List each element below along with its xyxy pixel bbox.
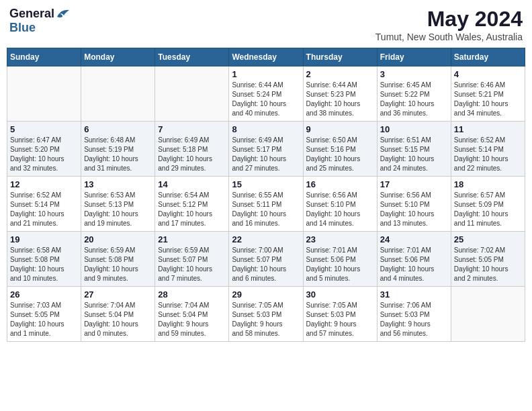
weekday-header-wednesday: Wednesday <box>229 48 303 66</box>
day-number: 19 <box>10 234 78 244</box>
day-number: 24 <box>380 234 448 244</box>
day-number: 16 <box>306 179 374 189</box>
day-number: 7 <box>158 124 226 134</box>
logo-bird-icon <box>56 7 71 21</box>
day-info: Sunrise: 6:55 AM Sunset: 5:11 PM Dayligh… <box>232 191 300 228</box>
calendar-table: SundayMondayTuesdayWednesdayThursdayFrid… <box>7 48 525 342</box>
calendar-cell: 3Sunrise: 6:45 AM Sunset: 5:22 PM Daylig… <box>377 66 451 122</box>
weekday-header-monday: Monday <box>81 48 155 66</box>
day-number: 20 <box>84 234 152 244</box>
calendar-cell: 13Sunrise: 6:53 AM Sunset: 5:13 PM Dayli… <box>81 177 155 232</box>
day-info: Sunrise: 6:49 AM Sunset: 5:18 PM Dayligh… <box>158 136 226 173</box>
calendar-cell: 11Sunrise: 6:52 AM Sunset: 5:14 PM Dayli… <box>451 122 525 177</box>
calendar-cell: 5Sunrise: 6:47 AM Sunset: 5:20 PM Daylig… <box>7 122 81 177</box>
calendar-cell <box>155 66 229 122</box>
day-number: 28 <box>158 289 226 300</box>
day-info: Sunrise: 6:54 AM Sunset: 5:12 PM Dayligh… <box>158 191 226 228</box>
calendar-cell: 10Sunrise: 6:51 AM Sunset: 5:15 PM Dayli… <box>377 122 451 177</box>
day-info: Sunrise: 6:52 AM Sunset: 5:14 PM Dayligh… <box>10 191 78 228</box>
calendar-cell <box>81 66 155 122</box>
weekday-header-saturday: Saturday <box>451 48 525 66</box>
calendar-cell: 20Sunrise: 6:59 AM Sunset: 5:08 PM Dayli… <box>81 232 155 287</box>
day-info: Sunrise: 6:56 AM Sunset: 5:10 PM Dayligh… <box>380 191 448 228</box>
calendar-header-row: SundayMondayTuesdayWednesdayThursdayFrid… <box>7 48 525 66</box>
day-number: 13 <box>84 179 152 189</box>
month-year-title: May 2024 <box>375 7 523 32</box>
day-info: Sunrise: 6:52 AM Sunset: 5:14 PM Dayligh… <box>454 136 522 173</box>
day-number: 11 <box>454 124 522 134</box>
day-info: Sunrise: 6:57 AM Sunset: 5:09 PM Dayligh… <box>454 191 522 228</box>
weekday-header-sunday: Sunday <box>7 48 81 66</box>
day-info: Sunrise: 6:46 AM Sunset: 5:21 PM Dayligh… <box>454 81 522 118</box>
calendar-cell: 22Sunrise: 7:00 AM Sunset: 5:07 PM Dayli… <box>229 232 303 287</box>
weekday-header-thursday: Thursday <box>303 48 377 66</box>
day-info: Sunrise: 6:50 AM Sunset: 5:16 PM Dayligh… <box>306 136 374 173</box>
calendar-cell: 1Sunrise: 6:44 AM Sunset: 5:24 PM Daylig… <box>229 66 303 122</box>
title-section: May 2024 Tumut, New South Wales, Austral… <box>375 7 523 42</box>
calendar-cell: 30Sunrise: 7:05 AM Sunset: 5:03 PM Dayli… <box>303 287 377 342</box>
day-number: 3 <box>380 69 448 79</box>
page-header: General Blue May 2024 Tumut, New South W… <box>7 7 525 42</box>
logo-blue-text: Blue <box>9 21 36 35</box>
calendar-cell: 9Sunrise: 6:50 AM Sunset: 5:16 PM Daylig… <box>303 122 377 177</box>
calendar-cell: 27Sunrise: 7:04 AM Sunset: 5:04 PM Dayli… <box>81 287 155 342</box>
calendar-cell: 24Sunrise: 7:01 AM Sunset: 5:06 PM Dayli… <box>377 232 451 287</box>
day-info: Sunrise: 7:00 AM Sunset: 5:07 PM Dayligh… <box>232 246 300 283</box>
day-number: 30 <box>306 289 374 300</box>
calendar-week-row: 1Sunrise: 6:44 AM Sunset: 5:24 PM Daylig… <box>7 66 525 122</box>
day-info: Sunrise: 6:48 AM Sunset: 5:19 PM Dayligh… <box>84 136 152 173</box>
calendar-cell: 6Sunrise: 6:48 AM Sunset: 5:19 PM Daylig… <box>81 122 155 177</box>
calendar-week-row: 26Sunrise: 7:03 AM Sunset: 5:05 PM Dayli… <box>7 287 525 342</box>
day-info: Sunrise: 6:53 AM Sunset: 5:13 PM Dayligh… <box>84 191 152 228</box>
calendar-cell: 7Sunrise: 6:49 AM Sunset: 5:18 PM Daylig… <box>155 122 229 177</box>
day-info: Sunrise: 7:05 AM Sunset: 5:03 PM Dayligh… <box>232 301 300 338</box>
day-number: 18 <box>454 179 522 189</box>
calendar-cell: 25Sunrise: 7:02 AM Sunset: 5:05 PM Dayli… <box>451 232 525 287</box>
day-info: Sunrise: 7:02 AM Sunset: 5:05 PM Dayligh… <box>454 246 522 283</box>
day-info: Sunrise: 6:56 AM Sunset: 5:10 PM Dayligh… <box>306 191 374 228</box>
day-number: 15 <box>232 179 300 189</box>
day-number: 4 <box>454 69 522 79</box>
logo: General Blue <box>9 7 71 35</box>
calendar-cell: 19Sunrise: 6:58 AM Sunset: 5:08 PM Dayli… <box>7 232 81 287</box>
calendar-week-row: 5Sunrise: 6:47 AM Sunset: 5:20 PM Daylig… <box>7 122 525 177</box>
calendar-cell <box>451 287 525 342</box>
day-number: 2 <box>306 69 374 79</box>
day-number: 8 <box>232 124 300 134</box>
day-info: Sunrise: 6:44 AM Sunset: 5:24 PM Dayligh… <box>232 81 300 118</box>
day-number: 1 <box>232 69 300 79</box>
day-info: Sunrise: 6:59 AM Sunset: 5:08 PM Dayligh… <box>84 246 152 283</box>
location-subtitle: Tumut, New South Wales, Australia <box>375 32 523 42</box>
day-info: Sunrise: 6:45 AM Sunset: 5:22 PM Dayligh… <box>380 81 448 118</box>
day-number: 17 <box>380 179 448 189</box>
calendar-cell: 21Sunrise: 6:59 AM Sunset: 5:07 PM Dayli… <box>155 232 229 287</box>
day-info: Sunrise: 6:58 AM Sunset: 5:08 PM Dayligh… <box>10 246 78 283</box>
calendar-cell: 18Sunrise: 6:57 AM Sunset: 5:09 PM Dayli… <box>451 177 525 232</box>
day-info: Sunrise: 7:04 AM Sunset: 5:04 PM Dayligh… <box>84 301 152 338</box>
logo-general-text: General <box>9 7 54 21</box>
weekday-header-friday: Friday <box>377 48 451 66</box>
day-number: 26 <box>10 289 78 300</box>
calendar-cell: 2Sunrise: 6:44 AM Sunset: 5:23 PM Daylig… <box>303 66 377 122</box>
day-info: Sunrise: 7:01 AM Sunset: 5:06 PM Dayligh… <box>380 246 448 283</box>
calendar-cell: 14Sunrise: 6:54 AM Sunset: 5:12 PM Dayli… <box>155 177 229 232</box>
day-info: Sunrise: 6:59 AM Sunset: 5:07 PM Dayligh… <box>158 246 226 283</box>
day-number: 6 <box>84 124 152 134</box>
calendar-cell: 15Sunrise: 6:55 AM Sunset: 5:11 PM Dayli… <box>229 177 303 232</box>
day-number: 21 <box>158 234 226 244</box>
day-number: 29 <box>232 289 300 300</box>
day-number: 10 <box>380 124 448 134</box>
calendar-cell: 26Sunrise: 7:03 AM Sunset: 5:05 PM Dayli… <box>7 287 81 342</box>
calendar-cell: 29Sunrise: 7:05 AM Sunset: 5:03 PM Dayli… <box>229 287 303 342</box>
calendar-cell <box>7 66 81 122</box>
day-number: 14 <box>158 179 226 189</box>
day-number: 31 <box>380 289 448 300</box>
calendar-cell: 31Sunrise: 7:06 AM Sunset: 5:03 PM Dayli… <box>377 287 451 342</box>
calendar-week-row: 19Sunrise: 6:58 AM Sunset: 5:08 PM Dayli… <box>7 232 525 287</box>
day-number: 5 <box>10 124 78 134</box>
day-info: Sunrise: 7:06 AM Sunset: 5:03 PM Dayligh… <box>380 301 448 338</box>
calendar-week-row: 12Sunrise: 6:52 AM Sunset: 5:14 PM Dayli… <box>7 177 525 232</box>
calendar-cell: 16Sunrise: 6:56 AM Sunset: 5:10 PM Dayli… <box>303 177 377 232</box>
day-info: Sunrise: 7:01 AM Sunset: 5:06 PM Dayligh… <box>306 246 374 283</box>
weekday-header-tuesday: Tuesday <box>155 48 229 66</box>
